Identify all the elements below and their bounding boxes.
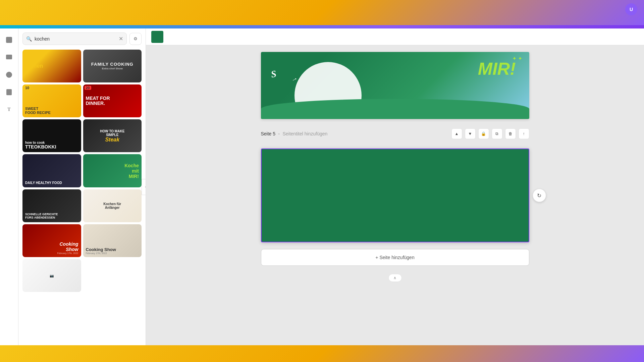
crown-badge-steak: [133, 144, 140, 151]
crown-icon-cooking2: [136, 250, 139, 254]
crown-badge-meat: [133, 109, 140, 116]
crown-badge-sweet: [73, 109, 80, 116]
template-card-steak[interactable]: HOW TO MAKESIMPLESteak: [83, 119, 142, 152]
crown-badge-cooking2: [133, 249, 140, 256]
template-card-koche[interactable]: KochemitMIR!: [83, 154, 142, 187]
page5-label: Seite 5: [261, 131, 276, 136]
page4-green-hill: [261, 99, 529, 119]
page4-sparkles: ✦ ✦: [512, 55, 522, 62]
collapse-icon: ∧: [393, 276, 396, 280]
template-card-healthy[interactable]: DAILY HEALTHY FOOD: [22, 154, 81, 187]
top-decorative-bar: U: [0, 0, 644, 25]
search-panel: ‹ 🔍 ✕ ⚙ Ramen FAMILY COOKING Extra chef …: [18, 28, 146, 345]
page4-content: MIR! S → ✦ ✦: [261, 52, 529, 119]
elements-icon: [6, 72, 12, 78]
crown-icon-cooking3: [75, 286, 78, 289]
top-right-area: U: [625, 3, 637, 15]
lock-icon: 🔒: [481, 131, 486, 136]
add-page-button[interactable]: + Seite hinzufügen: [261, 249, 529, 266]
template-card-cooking-show-2[interactable]: Cooking Show February 17th, 2022: [83, 224, 142, 257]
crown-icon-steak: [136, 146, 139, 149]
template-card-family-cooking[interactable]: FAMILY COOKING Extra chef Show: [83, 50, 142, 82]
crown-badge-cooking1: [73, 249, 80, 256]
sidebar-item-home[interactable]: [1, 32, 17, 48]
delete-page-button[interactable]: 🗑: [505, 128, 516, 139]
page-up-button[interactable]: ▲: [451, 128, 462, 139]
bottom-decorative-bar: [0, 345, 644, 362]
sidebar-item-templates[interactable]: [1, 49, 17, 65]
crown-badge-cooking3: [73, 284, 80, 291]
second-bar: [0, 25, 644, 28]
home-icon: [6, 37, 12, 43]
avatar[interactable]: U: [625, 3, 637, 15]
delete-icon: 🗑: [508, 131, 513, 136]
refresh-button[interactable]: ↻: [533, 189, 546, 202]
template-card-tteokbokki[interactable]: how to cookTTEOKBOKKI: [22, 119, 81, 152]
text-icon: T: [7, 107, 10, 112]
filter-button[interactable]: ⚙: [129, 33, 142, 45]
sidebar-item-uploads[interactable]: [1, 84, 17, 100]
main-canvas: MIR! S → ✦ ✦ Seite 5 - Seitentitel hinzu…: [146, 28, 644, 345]
page-down-button[interactable]: ▼: [465, 128, 476, 139]
crown-badge-healthy: [73, 179, 80, 186]
page4-text-mir: MIR!: [478, 59, 516, 79]
share-icon: ↑: [523, 131, 525, 136]
page5-controls: Seite 5 - Seitentitel hinzufügen ▲ ▼ 🔒 ⧉…: [261, 126, 529, 142]
clear-search-button[interactable]: ✕: [119, 36, 123, 42]
search-input[interactable]: [35, 36, 116, 42]
collapse-button[interactable]: ∧: [388, 274, 402, 282]
template-card-schnelle[interactable]: SCHNELLE GERICHTEFÜRS ABENDESSEN: [22, 189, 81, 222]
canvas-scroll-content: MIR! S → ✦ ✦ Seite 5 - Seitentitel hinzu…: [146, 45, 644, 345]
page5-canvas[interactable]: [261, 148, 529, 242]
template-card-meat-dinner[interactable]: 20 MEAT FORDINNER.: [83, 84, 142, 117]
collapse-bar: ∧: [261, 273, 529, 283]
template-card-cooking-3[interactable]: 📷: [22, 259, 81, 292]
page5-wrapper: ↻: [261, 148, 529, 242]
crown-icon-tteok: [75, 146, 78, 149]
search-input-wrapper: 🔍 ✕: [22, 33, 127, 45]
crown-icon-meat: [136, 111, 139, 115]
collapse-panel-button[interactable]: ‹: [142, 179, 146, 195]
crown-icon: [75, 111, 78, 115]
sidebar-item-text[interactable]: T: [1, 102, 17, 118]
filter-icon: ⚙: [133, 36, 138, 41]
chevron-down-icon: ▼: [468, 131, 472, 136]
share-page-button[interactable]: ↑: [519, 128, 529, 139]
sidebar: T: [0, 28, 18, 345]
sidebar-item-elements[interactable]: [1, 67, 17, 83]
template-grid: Ramen FAMILY COOKING Extra chef Show 10 …: [18, 48, 146, 296]
template-card-cooking-show-1[interactable]: CookingShow February 17th, 2022: [22, 224, 81, 257]
template-card-sweet-food[interactable]: 10 SWEETFOOD RECIPE: [22, 84, 81, 117]
page4-preview: MIR! S → ✦ ✦: [261, 52, 529, 119]
template-card-kochen-anfanger[interactable]: Kochen fürAnfänger: [83, 189, 142, 222]
color-swatch-green[interactable]: [151, 31, 163, 43]
template-card-ramen[interactable]: Ramen: [22, 50, 81, 82]
chevron-up-icon: ▲: [455, 131, 459, 136]
templates-icon: [6, 55, 12, 59]
lock-page-button[interactable]: 🔒: [478, 128, 489, 139]
crown-icon-healthy: [75, 181, 78, 184]
uploads-icon: [6, 89, 12, 95]
crown-badge-tteok: [73, 144, 80, 151]
refresh-icon: ↻: [537, 192, 541, 199]
page5-separator: -: [278, 131, 280, 137]
duplicate-page-button[interactable]: ⧉: [492, 128, 502, 139]
page4-squiggle: S: [270, 68, 277, 80]
search-bar-container: 🔍 ✕ ⚙: [18, 28, 146, 48]
duplicate-icon: ⧉: [495, 131, 498, 136]
crown-icon-cooking1: [75, 250, 78, 254]
add-page-label: + Seite hinzufügen: [375, 255, 414, 260]
search-icon: 🔍: [26, 36, 32, 42]
page5-title-hint: Seitentitel hinzufügen: [282, 131, 327, 136]
canvas-toolbar: [146, 28, 644, 45]
